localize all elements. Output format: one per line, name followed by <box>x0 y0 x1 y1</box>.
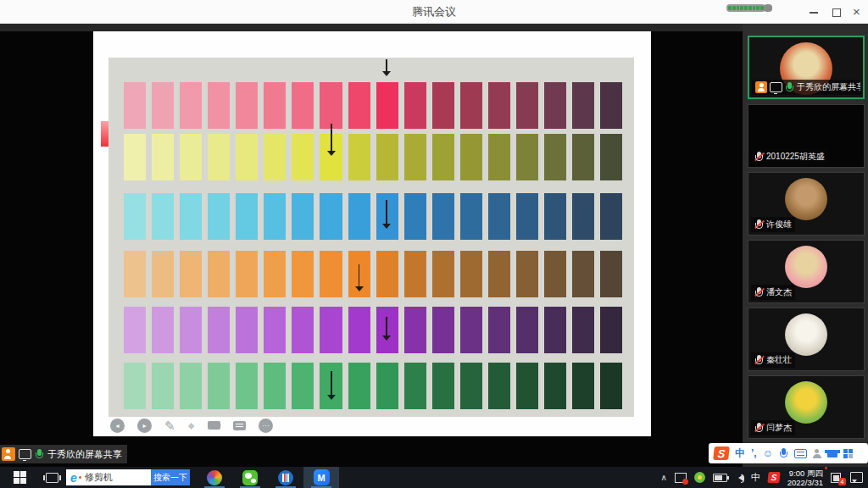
task-view-button[interactable] <box>39 467 64 488</box>
swatch-orange-14 <box>488 251 510 297</box>
sogou-ime-mode-icon[interactable]: 中 <box>735 446 745 461</box>
close-icon[interactable] <box>853 7 863 17</box>
annotation-arrow-red <box>382 59 391 76</box>
taskbar-app-pinwheel-browser[interactable] <box>197 467 232 488</box>
ime-zh-icon[interactable]: 中 <box>751 471 760 484</box>
pencil-button[interactable]: ✎ <box>164 419 175 433</box>
maximize-icon[interactable] <box>831 7 841 17</box>
speaker-icon[interactable] <box>735 474 743 481</box>
chevron-up-icon[interactable]: ∧ <box>660 473 666 482</box>
avatar <box>785 313 827 356</box>
sogou-keyboard-icon[interactable] <box>794 449 807 458</box>
annotation-arrow-purple <box>382 317 391 341</box>
play-button[interactable]: ▸ <box>137 419 152 433</box>
search-go-button[interactable]: 搜索一下 <box>151 469 190 485</box>
sogou-grid-icon[interactable] <box>843 449 853 458</box>
swatch-row-yellow <box>124 134 622 180</box>
participant-tile-5[interactable]: 秦壮壮 <box>748 308 865 371</box>
swatch-green-11 <box>404 363 426 409</box>
participant-name: 于秀欣的屏幕共享 <box>797 81 860 93</box>
swatch-orange-10 <box>376 251 398 297</box>
green-circle-icon[interactable] <box>694 472 705 483</box>
action-center-icon[interactable] <box>850 472 863 483</box>
battery-icon[interactable] <box>713 474 727 482</box>
swatch-orange-13 <box>460 251 482 297</box>
swatch-blue-11 <box>404 193 426 240</box>
swatch-blue-17 <box>572 193 594 240</box>
swatch-red-12 <box>432 82 454 129</box>
swatch-blue-5 <box>236 193 258 240</box>
swatch-purple-16 <box>544 307 566 353</box>
meeting-content: ◂▸✎⌖··· 于秀欣的屏幕共享2010225胡英盛许俊雄潘文杰秦壮壮闫梦杰 <box>0 24 868 467</box>
participant-namebar: 闫梦杰 <box>751 420 795 435</box>
sogou-person-icon[interactable] <box>813 449 821 458</box>
participant-tile-2[interactable]: 2010225胡英盛 <box>748 104 865 168</box>
swatch-yellow-3 <box>180 134 202 180</box>
annotation-arrow-blue <box>382 200 391 229</box>
search-query-text[interactable]: 修剪机 <box>85 471 151 484</box>
mic-muted-icon <box>754 355 764 366</box>
share-banner: 于秀欣的屏幕共享 <box>0 445 127 463</box>
taskbar-clock[interactable]: 9:00 周四 2022/3/31 <box>787 469 823 487</box>
swatch-red-17 <box>572 82 594 129</box>
swatch-red-2 <box>152 82 174 129</box>
swatch-yellow-18 <box>600 134 622 180</box>
comment-button[interactable] <box>233 421 246 430</box>
screen-share-icon <box>770 82 782 92</box>
participant-tile-3[interactable]: 许俊雄 <box>748 172 865 236</box>
prev-button[interactable]: ◂ <box>110 419 125 433</box>
swatch-orange-3 <box>180 251 202 297</box>
taskbar-app-wechat[interactable] <box>232 467 268 488</box>
swatch-yellow-14 <box>488 134 510 180</box>
swatch-red-15 <box>516 82 538 129</box>
sogou-punct-icon[interactable]: ’, <box>751 447 757 459</box>
swatch-orange-11 <box>404 251 426 297</box>
taskbar-app-blue-library-app[interactable] <box>268 467 303 488</box>
participant-tile-6[interactable]: 闫梦杰 <box>748 375 865 439</box>
camera-button[interactable] <box>208 421 220 430</box>
swatch-red-5 <box>236 82 258 129</box>
presenter-person-icon <box>755 81 767 93</box>
swatch-yellow-1 <box>124 134 146 180</box>
start-button[interactable] <box>0 467 39 488</box>
swatch-blue-12 <box>432 193 454 240</box>
swatch-purple-15 <box>516 307 538 353</box>
swatch-row-blue <box>124 193 622 240</box>
sogou-mic-icon[interactable] <box>779 448 788 459</box>
participant-tile-4[interactable]: 潘文杰 <box>748 240 865 303</box>
avatar <box>785 246 827 288</box>
taskbar-app-tencent-meeting[interactable]: M <box>303 467 339 488</box>
viewer-toolbar: ◂▸✎⌖··· <box>110 418 273 433</box>
participant-namebar: 许俊雄 <box>751 217 795 232</box>
swatch-blue-7 <box>292 193 314 240</box>
swatch-blue-6 <box>264 193 286 240</box>
avatar <box>785 381 827 424</box>
more-button[interactable]: ··· <box>259 419 273 433</box>
swatch-red-7 <box>292 82 314 129</box>
swatch-red-14 <box>488 82 510 129</box>
mic-on-icon <box>785 82 794 93</box>
sogou-sogou-logo[interactable]: S <box>713 446 730 460</box>
minimize-icon[interactable] <box>809 7 819 17</box>
notification-badge: 4 <box>838 478 846 485</box>
clock-date: 2022/3/31 <box>787 478 823 487</box>
sogou-emoji-icon[interactable]: ☺ <box>763 447 773 459</box>
swatch-purple-11 <box>404 307 426 353</box>
swatch-orange-12 <box>432 251 454 297</box>
swatch-blue-14 <box>488 193 510 240</box>
swatch-green-12 <box>432 363 454 409</box>
participant-tile-1[interactable]: 于秀欣的屏幕共享 <box>748 36 865 99</box>
sogou-tshirt-icon[interactable] <box>827 450 837 458</box>
color-chart-photo <box>108 58 634 417</box>
taskbar-search-box[interactable]: e 修剪机 搜索一下 <box>66 469 190 485</box>
participant-name: 许俊雄 <box>766 219 792 230</box>
swatch-green-9 <box>348 363 370 409</box>
swatch-purple-4 <box>208 307 230 353</box>
scan-button[interactable]: ⌖ <box>188 419 195 433</box>
sogou-s-icon[interactable]: S <box>767 472 780 483</box>
window-red-badge-icon[interactable] <box>675 473 687 483</box>
swatch-green-2 <box>152 363 174 409</box>
swatch-orange-5 <box>236 251 258 297</box>
notifications-icon[interactable]: 4 <box>831 473 843 483</box>
swatch-row-purple <box>124 307 622 353</box>
